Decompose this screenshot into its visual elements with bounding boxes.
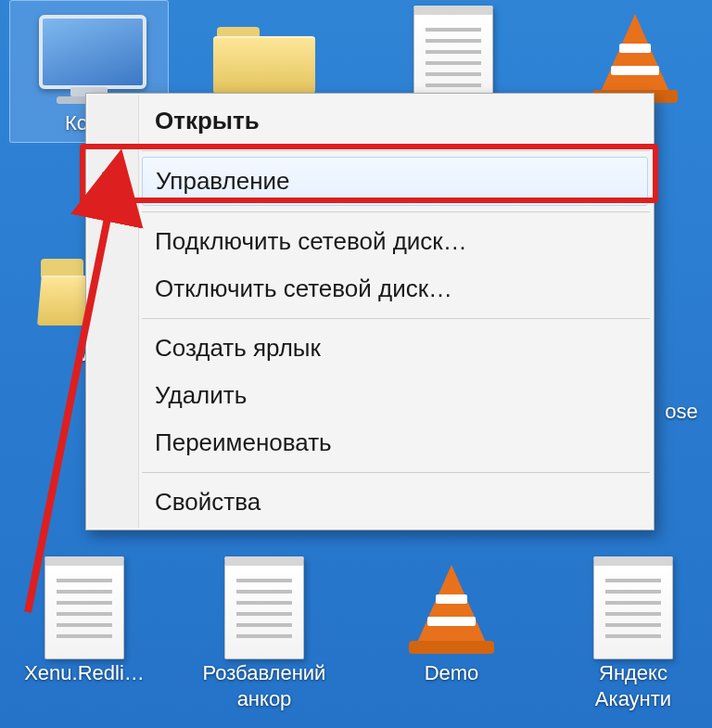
menu-item-manage[interactable]: Управление	[142, 157, 648, 206]
desktop-icon-demo[interactable]: Demo	[373, 551, 530, 692]
menu-item-label: Управление	[156, 167, 290, 195]
menu-item-open[interactable]: Открыть	[88, 97, 652, 145]
icon-label: Demo	[373, 660, 530, 692]
menu-item-rename[interactable]: Переименовать	[88, 419, 652, 466]
menu-item-label: Открыть	[155, 107, 260, 134]
text-file-icon	[185, 556, 343, 658]
text-file-icon	[6, 556, 163, 658]
menu-item-label: Переименовать	[155, 428, 332, 456]
menu-item-properties[interactable]: Свойства	[88, 479, 652, 526]
icon-label: Xenu.Redli…	[6, 660, 163, 692]
context-menu: Открыть Управление Подключить сетевой ди…	[85, 93, 655, 530]
menu-separator	[142, 150, 650, 151]
uac-shield-icon	[98, 167, 128, 197]
menu-item-delete[interactable]: Удалить	[88, 372, 652, 419]
desktop-icon-yandex[interactable]: Яндекс Акаунти	[554, 551, 712, 717]
menu-separator	[142, 318, 650, 319]
menu-item-map-network-drive[interactable]: Подключить сетевой диск…	[88, 218, 652, 265]
icon-label: Розбавлений анкор	[185, 660, 343, 717]
desktop[interactable]: Комп W ose Xenu.Redli… Розбавлений анкор…	[0, 0, 712, 728]
vlc-cone-icon	[373, 556, 530, 658]
menu-separator	[142, 472, 650, 473]
desktop-icon-rozbavlenyi[interactable]: Розбавлений анкор	[185, 551, 343, 717]
menu-item-label: Подключить сетевой диск…	[155, 227, 467, 255]
desktop-icon-partial[interactable]: ose	[649, 399, 712, 430]
text-file-icon	[554, 556, 712, 658]
menu-item-label: Создать ярлык	[155, 334, 321, 362]
menu-item-label: Удалить	[155, 381, 247, 409]
menu-item-create-shortcut[interactable]: Создать ярлык	[88, 325, 652, 372]
icon-label: ose	[649, 399, 712, 430]
menu-separator	[142, 211, 650, 212]
menu-item-label: Отключить сетевой диск…	[155, 275, 452, 302]
desktop-icon-xenu[interactable]: Xenu.Redli…	[6, 551, 163, 692]
menu-item-label: Свойства	[155, 488, 261, 516]
icon-label: Яндекс Акаунти	[554, 660, 712, 717]
menu-item-disconnect-network-drive[interactable]: Отключить сетевой диск…	[88, 265, 652, 313]
